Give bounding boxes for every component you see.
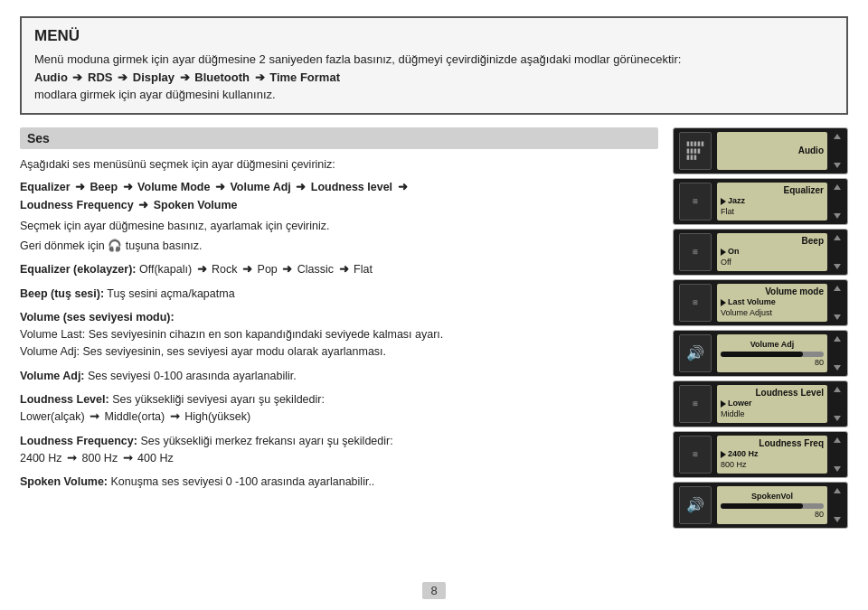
eq-tri-jazz — [721, 198, 726, 205]
lf-2400: 2400 Hz — [20, 452, 62, 465]
ses-nav-flow: Equalizer ➜ Beep ➜ Volume Mode ➜ Volume … — [20, 178, 658, 214]
device-scroll-ll — [833, 385, 842, 423]
ll-tri-lower — [721, 400, 726, 408]
menu-box: MENÜ Menü moduna girmek için ayar düğmes… — [20, 16, 848, 115]
loudness-level-label: Loudness Level: — [20, 393, 109, 406]
menu-desc-text2: modlara girmek için ayar düğmesini kulla… — [34, 88, 276, 101]
nav-arrow5: ➜ — [398, 178, 408, 196]
scroll-down-audio — [834, 163, 841, 168]
scroll-down-eq — [834, 213, 841, 219]
beep-item-on: On — [721, 247, 824, 258]
eq-classic: Classic — [297, 263, 334, 276]
scroll-down-sv — [834, 517, 841, 522]
spoken-volume-block: Spoken Volume: Konuşma ses seviyesi 0 -1… — [20, 474, 658, 491]
device-panel-spoken-vol: 🔊 SpokenVol 80 — [673, 482, 848, 529]
text-col: Ses Aşağıdaki ses menüsünü seçmek için a… — [20, 127, 667, 570]
beep-screen-title: Beep — [721, 236, 824, 247]
arrow1: ➔ — [72, 69, 82, 87]
icon-vol-mode: ⊞ — [693, 299, 698, 306]
equalizer-desc: Off(kapalı) — [139, 263, 195, 276]
arrow4: ➔ — [255, 69, 265, 87]
icon-lf: ⊞ — [693, 451, 698, 458]
scroll-up-vm — [834, 286, 841, 291]
lf-arrow1: ➞ — [67, 450, 77, 467]
eq-rock: Rock — [212, 263, 237, 276]
page-number: 8 — [422, 582, 446, 599]
beep-tri-on — [721, 249, 726, 256]
spoken-vol-bar-fill — [721, 503, 803, 509]
eq-flat: Flat — [354, 263, 373, 276]
device-screen-volume-mode: Volume mode Last Volume Volume Adjust — [717, 284, 827, 322]
device-panel-volume-adj: 🔊 Volume Adj 80 — [673, 330, 848, 377]
lf-800: 800 Hz — [82, 452, 118, 465]
spoken-vol-num: 80 — [721, 510, 824, 519]
nav-beep: Beep — [90, 181, 118, 193]
ll-high: High(yüksek) — [184, 410, 250, 423]
loudness-level-desc: Ses yüksekliği seviyesi ayarı şu şekilde… — [112, 393, 325, 406]
loudness-freq-desc: Ses yüksekliği merkez frekansı ayarı şu … — [140, 435, 392, 447]
nav-loudness-freq: Loudness Frequency — [20, 199, 134, 211]
device-icon-spoken-vol: 🔊 — [679, 486, 712, 524]
spoken-volume-label: Spoken Volume: — [20, 475, 108, 488]
vm-item-last: Last Volume — [721, 297, 824, 308]
ll-screen-title: Loudness Level — [721, 388, 824, 399]
spoken-vol-bar-bg — [721, 503, 824, 509]
device-scroll-sv — [833, 486, 842, 524]
lf-screen-title: Loudness Freq — [721, 438, 824, 449]
ll-arrow2: ➞ — [170, 408, 180, 426]
device-icon-loudness-freq: ⊞ — [679, 436, 712, 474]
nav-volume-mode: Volume Mode — [137, 181, 210, 193]
menu-nav-display: Display — [133, 70, 175, 84]
volume-mode-label: Volume (ses seviyesi modu): — [20, 311, 175, 324]
loudness-freq-label: Loudness Frequency: — [20, 435, 137, 447]
menu-nav-audio: Audio — [34, 70, 68, 84]
nav-spoken-volume: Spoken Volume — [154, 199, 238, 211]
eq-arrow1: ➜ — [197, 261, 207, 278]
device-panel-equalizer: ⊞ Equalizer Jazz Flat — [673, 178, 848, 225]
menu-desc-text1: Menü moduna girmek için ayar düğmesine 2… — [34, 52, 681, 66]
eq-screen-title: Equalizer — [721, 185, 824, 196]
device-screen-volume-adj: Volume Adj 80 — [717, 334, 827, 372]
eq-item-flat: Flat — [721, 207, 824, 218]
page-num-row: 8 — [20, 575, 848, 599]
loudness-freq-block: Loudness Frequency: Ses yüksekliği merke… — [20, 433, 658, 467]
volume-adj-label: Volume Adj: — [20, 370, 85, 382]
device-icon-volume-mode: ⊞ — [679, 284, 712, 322]
menu-title: MENÜ — [34, 27, 834, 45]
eq-arrow4: ➜ — [339, 261, 349, 278]
scroll-down-va — [834, 365, 841, 371]
scroll-up-beep — [834, 235, 841, 240]
volume-adj-desc: Ses seviyesi 0-100 arasında ayarlanabili… — [88, 370, 297, 382]
vol-adj-label: Volume Adj — [721, 340, 824, 349]
eq-arrow3: ➜ — [282, 261, 292, 278]
vol-adj-num: 80 — [721, 358, 824, 367]
arrow2: ➔ — [118, 69, 127, 87]
scroll-down-beep — [834, 264, 841, 269]
nav-volume-adj: Volume Adj — [230, 181, 290, 193]
scroll-up-lf — [834, 437, 841, 443]
lf-arrow2: ➞ — [123, 450, 133, 467]
icon-ll: ⊞ — [693, 400, 698, 408]
equalizer-block: Equalizer (ekolayzer): Off(kapalı) ➜ Roc… — [20, 261, 658, 278]
nav-equalizer: Equalizer — [20, 181, 71, 193]
device-icon-equalizer: ⊞ — [679, 183, 712, 221]
device-icon-beep: ⊞ — [679, 233, 712, 271]
ll-middle: Middle(orta) — [105, 410, 168, 423]
ll-lower: Lower(alçak) — [20, 410, 85, 423]
vm-screen-title: Volume mode — [721, 286, 824, 297]
equalizer-label: Equalizer (ekolayzer): — [20, 263, 137, 276]
lf-400: 400 Hz — [137, 452, 174, 465]
volume-mode-block: Volume (ses seviyesi modu): Volume Last:… — [20, 309, 658, 360]
ses-note2: Geri dönmek için 🎧 tuşuna basınız. — [20, 238, 658, 254]
vol-adj-bar-fill — [721, 352, 803, 357]
page: MENÜ Menü moduna girmek için ayar düğmes… — [0, 0, 868, 610]
device-screen-equalizer: Equalizer Jazz Flat — [717, 183, 827, 221]
main-area: Ses Aşağıdaki ses menüsünü seçmek için a… — [20, 127, 848, 570]
nav-arrow3: ➜ — [215, 178, 225, 196]
icon-bars: ▮▮▮▮▮▮▮▮▮▮▮▮ — [686, 140, 704, 161]
arrow3: ➔ — [180, 69, 190, 87]
vm-tri-last — [721, 299, 726, 306]
lf-item-800: 800 Hz — [721, 460, 824, 471]
beep-desc: Tuş sesini açma/kapatma — [107, 287, 234, 300]
scroll-down-ll — [834, 416, 841, 421]
